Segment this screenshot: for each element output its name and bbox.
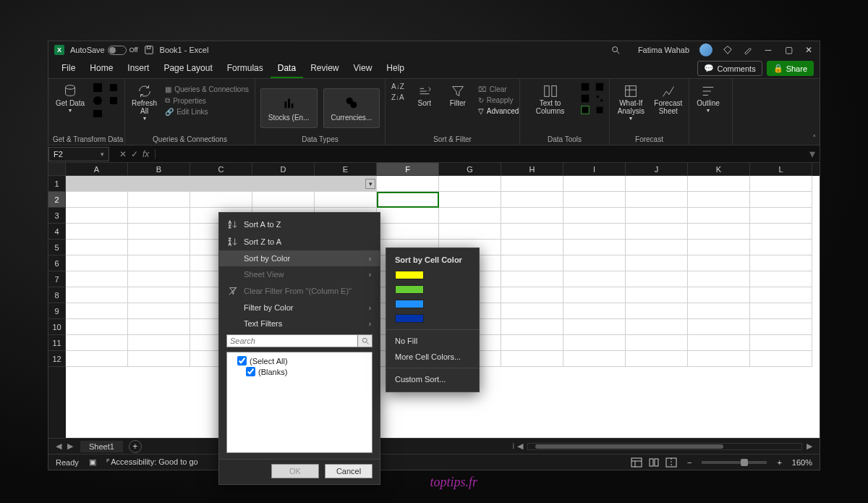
zoom-out-icon[interactable]: −: [687, 458, 692, 467]
tab-data[interactable]: Data: [271, 59, 303, 78]
row-header[interactable]: 2: [48, 192, 66, 208]
text-filters-item[interactable]: Text Filters ›: [219, 316, 380, 331]
data-val-icon[interactable]: [580, 105, 590, 115]
edit-links-button[interactable]: 🔗 Edit Links: [163, 107, 250, 117]
clear-filter-button[interactable]: ⌧ Clear: [477, 85, 520, 94]
col-header[interactable]: I: [563, 163, 626, 176]
data-model-icon[interactable]: [595, 105, 605, 115]
zoom-in-icon[interactable]: +: [777, 458, 781, 467]
col-header[interactable]: K: [688, 163, 750, 176]
zoom-level[interactable]: 160%: [792, 458, 812, 467]
existing-conn-icon[interactable]: [108, 95, 119, 106]
properties-button[interactable]: ⧉ Properties: [163, 96, 250, 106]
refresh-all-button[interactable]: Refresh All ▾: [129, 82, 159, 123]
next-sheet-icon[interactable]: ▶: [67, 441, 73, 451]
tab-page-layout[interactable]: Page Layout: [156, 59, 219, 78]
checkbox[interactable]: [237, 356, 247, 365]
sort-az-item[interactable]: AZ Sort A to Z: [219, 216, 380, 233]
whatif-button[interactable]: What-If Analysis ▾: [614, 82, 648, 123]
flash-fill-icon[interactable]: [580, 82, 590, 92]
autosave-toggle[interactable]: AutoSave Off: [70, 46, 138, 55]
filter-search-input[interactable]: [226, 334, 358, 347]
stocks-button[interactable]: Stocks (En...: [260, 88, 318, 128]
row-header[interactable]: 1: [48, 176, 66, 192]
close-icon[interactable]: ✕: [804, 45, 814, 55]
from-text-icon[interactable]: [92, 82, 103, 93]
macro-record-icon[interactable]: ▣: [89, 457, 96, 467]
consolidate-icon[interactable]: [595, 82, 605, 92]
row-header[interactable]: 11: [48, 335, 66, 351]
comments-button[interactable]: 💬 Comments: [697, 61, 762, 76]
sort-za-item[interactable]: ZA Sort Z to A: [219, 233, 380, 250]
prev-sheet-icon[interactable]: ◀: [56, 441, 61, 451]
row-header[interactable]: 8: [48, 287, 66, 303]
sort-button[interactable]: Sort: [410, 82, 439, 109]
col-header[interactable]: L: [750, 163, 812, 176]
more-colors-item[interactable]: More Cell Colors...: [386, 349, 479, 365]
tab-help[interactable]: Help: [379, 59, 412, 78]
col-header[interactable]: H: [501, 163, 563, 176]
col-header[interactable]: F: [377, 163, 439, 176]
sort-az-icon[interactable]: A↓Z: [390, 82, 406, 91]
pen-icon[interactable]: [743, 45, 753, 55]
sheet-tab[interactable]: Sheet1: [80, 441, 123, 452]
user-name[interactable]: Fatima Wahab: [638, 46, 689, 54]
text-to-columns-button[interactable]: Text to Columns: [524, 82, 576, 117]
row-header[interactable]: 9: [48, 303, 66, 319]
row-header[interactable]: 10: [48, 319, 66, 335]
custom-sort-item[interactable]: Custom Sort...: [386, 371, 479, 387]
advanced-filter-button[interactable]: ▽ Advanced: [477, 106, 520, 116]
tab-insert[interactable]: Insert: [120, 59, 156, 78]
page-layout-view-icon[interactable]: [648, 457, 660, 468]
remove-dup-icon[interactable]: [580, 93, 590, 103]
relationships-icon[interactable]: [595, 93, 605, 103]
col-header[interactable]: C: [190, 163, 252, 176]
tab-formulas[interactable]: Formulas: [220, 59, 271, 78]
col-header[interactable]: D: [252, 163, 315, 176]
col-header[interactable]: B: [128, 163, 190, 176]
sort-za-icon[interactable]: Z↓A: [390, 93, 406, 102]
save-icon[interactable]: [144, 45, 154, 55]
name-box[interactable]: F2▾: [48, 147, 109, 161]
minimize-icon[interactable]: ─: [763, 45, 773, 55]
sort-by-color-item[interactable]: Sort by Color ›: [219, 250, 380, 266]
row-header[interactable]: 5: [48, 240, 66, 255]
col-header[interactable]: A: [66, 163, 128, 176]
row-header[interactable]: 6: [48, 255, 66, 271]
tab-file[interactable]: File: [54, 59, 82, 78]
toggle-off-icon[interactable]: [108, 46, 127, 55]
forecast-sheet-button[interactable]: Forecast Sheet: [652, 82, 684, 117]
get-data-button[interactable]: Get Data ▾: [53, 82, 88, 115]
currencies-button[interactable]: Currencies...: [323, 88, 380, 128]
reapply-button[interactable]: ↻ Reapply: [477, 96, 520, 105]
horizontal-scrollbar[interactable]: [527, 443, 802, 450]
select-all-corner[interactable]: [48, 163, 66, 176]
ok-button[interactable]: OK: [271, 464, 319, 478]
color-swatch[interactable]: [386, 269, 479, 283]
fx-icon[interactable]: fx: [142, 149, 149, 159]
share-button[interactable]: 🔒 Share: [767, 61, 814, 76]
search-icon[interactable]: [610, 45, 621, 55]
filter-values-list[interactable]: (Select All) (Blanks): [226, 352, 373, 453]
tab-view[interactable]: View: [346, 59, 380, 78]
row-header[interactable]: 3: [48, 208, 66, 224]
enter-formula-icon[interactable]: ✓: [131, 149, 138, 159]
expand-formula-icon[interactable]: ▾: [805, 147, 820, 161]
zoom-slider[interactable]: [702, 461, 767, 464]
recent-sources-icon[interactable]: [108, 82, 119, 93]
outline-button[interactable]: Outline ▾: [694, 82, 723, 115]
checkbox[interactable]: [246, 367, 255, 376]
avatar[interactable]: [699, 43, 712, 56]
color-swatch[interactable]: [386, 283, 479, 297]
no-fill-item[interactable]: No Fill: [386, 333, 479, 349]
filter-by-color-item[interactable]: Filter by Color ›: [219, 300, 380, 316]
tab-review[interactable]: Review: [303, 59, 346, 78]
queries-connections-button[interactable]: ▦ Queries & Connections: [163, 85, 250, 94]
row-header[interactable]: 12: [48, 351, 66, 367]
from-table-icon[interactable]: [92, 108, 103, 119]
search-icon[interactable]: [358, 334, 373, 347]
maximize-icon[interactable]: ▢: [783, 45, 793, 55]
normal-view-icon[interactable]: [631, 457, 642, 468]
col-header[interactable]: E: [315, 163, 377, 176]
add-sheet-button[interactable]: +: [129, 440, 142, 453]
